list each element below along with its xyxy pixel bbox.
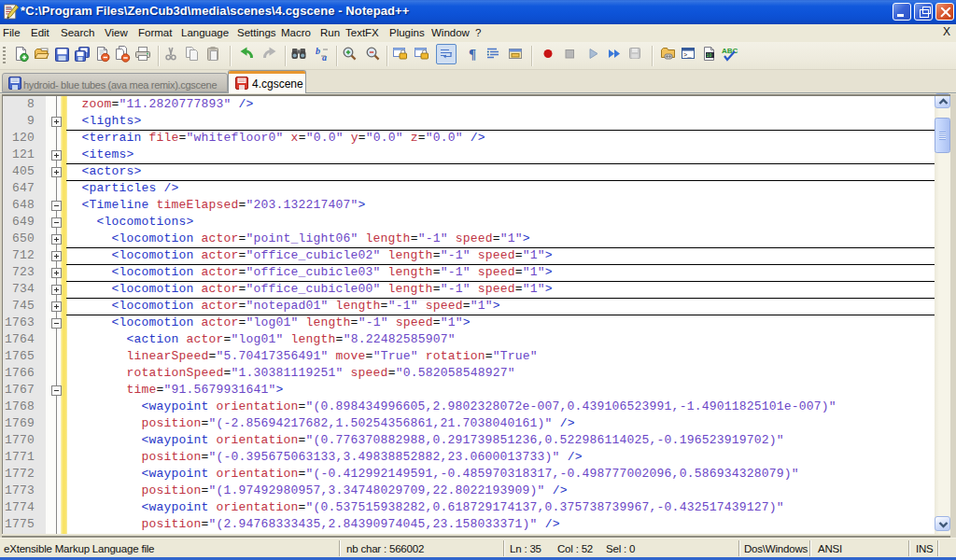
svg-text:10: 10 bbox=[707, 53, 712, 59]
svg-text:¶: ¶ bbox=[469, 47, 476, 62]
svg-text:a: a bbox=[322, 52, 327, 63]
svg-text:ABC: ABC bbox=[722, 47, 738, 55]
svg-text:b: b bbox=[316, 46, 320, 56]
svg-text:>_: >_ bbox=[683, 51, 692, 59]
